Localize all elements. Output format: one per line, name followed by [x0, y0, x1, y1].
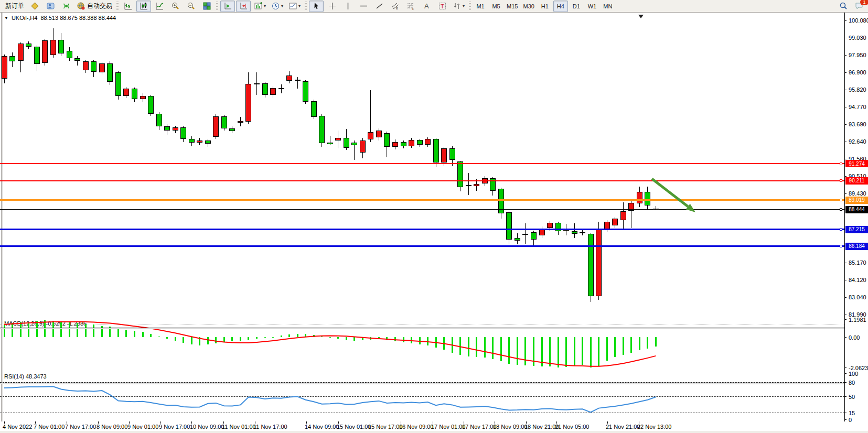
timeframe-w1-button[interactable]: W1	[585, 1, 599, 12]
time-label: 9 Nov 01:00	[127, 424, 158, 430]
text-button[interactable]: A	[419, 1, 434, 12]
candles-icon	[140, 2, 148, 10]
timeframe-mn-button[interactable]: MN	[601, 1, 615, 12]
search-button[interactable]	[836, 1, 851, 12]
horizontal-line-88.444[interactable]	[0, 209, 844, 210]
templates-button-dropdown-icon[interactable]: ▾	[298, 4, 301, 8]
symbol-dropdown-icon[interactable]: ▼	[4, 16, 8, 20]
candle	[254, 83, 260, 84]
candle	[515, 238, 520, 241]
arrows-button[interactable]: ▾	[451, 1, 467, 12]
hline-button[interactable]	[356, 1, 371, 12]
candle	[351, 143, 357, 145]
market-watch-icon[interactable]	[27, 1, 42, 12]
macd-tick-label: 0.00	[849, 334, 860, 341]
svg-text:T: T	[441, 3, 444, 9]
line-anchor[interactable]	[840, 228, 842, 231]
rsi-label: RSI(14) 48.3473	[4, 373, 47, 380]
zoom-in-button[interactable]	[168, 1, 183, 12]
macd-histogram-bar	[223, 337, 225, 342]
line-anchor[interactable]	[840, 179, 842, 182]
timeframe-m5-button[interactable]: M5	[489, 1, 503, 12]
time-label: 10 Nov 09:00	[190, 424, 224, 430]
zoom-out-button[interactable]	[184, 1, 198, 12]
fibonacci-button[interactable]: F	[403, 1, 418, 12]
toolbar-grip	[305, 2, 307, 11]
chart-candles-button[interactable]	[136, 1, 151, 12]
price-tick-label: 99.030	[849, 35, 866, 41]
navigator-icon[interactable]	[43, 1, 58, 12]
macd-histogram-bar	[541, 337, 543, 366]
tiles-icon	[202, 2, 211, 10]
candle	[596, 229, 602, 296]
price-tick-label: 89.430	[849, 190, 866, 197]
rsi-tick-label: 100	[849, 371, 858, 377]
line-anchor[interactable]	[840, 208, 842, 211]
auto-scroll-button[interactable]	[220, 1, 235, 12]
macd-histogram-bar	[435, 337, 437, 348]
candle	[457, 161, 463, 187]
price-badge-89.019: 89.019	[845, 197, 868, 204]
candle	[303, 81, 308, 102]
candle	[286, 75, 292, 81]
line-anchor[interactable]	[840, 199, 842, 201]
globe-icon	[77, 2, 85, 10]
time-label: 15 Nov 01:00	[337, 424, 371, 430]
ohlc-values: 88.513 88.675 88.388 88.444	[40, 15, 116, 21]
tile-windows-button[interactable]	[199, 1, 214, 12]
vline-button[interactable]	[340, 1, 355, 12]
zoomout-icon	[187, 2, 196, 10]
periods-button-dropdown-icon[interactable]: ▾	[281, 4, 283, 8]
macd-histogram-bar	[427, 337, 428, 345]
channel-button[interactable]: E	[388, 1, 402, 12]
periods-button[interactable]: ▾	[269, 1, 285, 12]
crosshair-button[interactable]	[325, 1, 339, 12]
timeframe-m1-button[interactable]: M1	[473, 1, 488, 12]
macd-histogram-bar	[582, 337, 583, 365]
text-label-button[interactable]: T	[435, 1, 449, 12]
macd-histogram-bar	[484, 337, 486, 358]
cursor-button[interactable]	[309, 1, 324, 12]
new-order-button[interactable]: 新订单	[2, 1, 26, 12]
macd-histogram-bar	[565, 337, 567, 367]
chart-shift-button[interactable]	[236, 1, 251, 12]
timeframe-m15-button[interactable]: M15	[505, 1, 520, 12]
horizontal-line-91.274[interactable]	[0, 163, 844, 164]
macd-histogram-bar	[558, 337, 559, 367]
indicators-button-dropdown-icon[interactable]: ▾	[264, 4, 266, 8]
trendline-button[interactable]	[372, 1, 387, 12]
macd-histogram-bar	[288, 334, 290, 337]
arrows-button-dropdown-icon[interactable]: ▾	[463, 4, 465, 8]
candle	[572, 231, 577, 234]
macd-histogram-bar	[623, 337, 624, 355]
chart-bars-button[interactable]	[121, 1, 135, 12]
time-label: 16 Nov 09:00	[399, 424, 433, 430]
timeframe-h4-button[interactable]: H4	[553, 1, 568, 12]
macd-histogram-bar	[630, 337, 632, 353]
timeframe-m30-button[interactable]: M30	[521, 1, 536, 12]
horizontal-line-87.215[interactable]	[0, 229, 844, 230]
indicators-button[interactable]: ▾	[252, 1, 268, 12]
rsi-splitter[interactable]	[0, 383, 844, 384]
timeframe-d1-button[interactable]: D1	[569, 1, 584, 12]
macd-splitter[interactable]	[0, 328, 844, 329]
candle	[360, 140, 366, 153]
chart-line-button[interactable]	[152, 1, 167, 12]
horizontal-line-89.019[interactable]	[0, 199, 844, 201]
chart-window[interactable]: ▼ UKOil-,H4 88.513 88.675 88.388 88.444 …	[0, 13, 868, 433]
chat-button[interactable]: 1	[852, 1, 866, 12]
line-anchor[interactable]	[840, 163, 842, 165]
timeframe-h1-button[interactable]: H1	[538, 1, 552, 12]
horizontal-line-86.184[interactable]	[0, 245, 844, 247]
auto-trading-button[interactable]: 自动交易	[74, 1, 114, 12]
macd-histogram-bar	[248, 337, 249, 340]
candle	[34, 47, 40, 64]
candle	[433, 139, 439, 162]
signals-icon[interactable]	[59, 1, 73, 12]
horizontal-line-90.211[interactable]	[0, 180, 844, 181]
time-label: 21 Nov 21:00	[606, 424, 640, 430]
templates-button[interactable]: ▾	[286, 1, 303, 12]
macd-histogram-bar	[215, 337, 217, 343]
macd-histogram-bar	[175, 337, 176, 341]
line-anchor[interactable]	[840, 245, 842, 247]
